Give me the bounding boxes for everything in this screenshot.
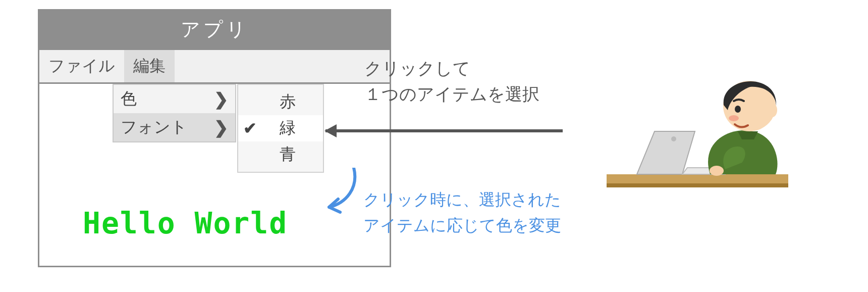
color-option-red[interactable]: 赤	[238, 89, 323, 115]
svg-point-5	[767, 103, 777, 117]
annotation-click-line1: クリックして	[364, 56, 539, 81]
menu-edit[interactable]: 編集	[124, 50, 175, 82]
person-at-laptop-icon	[607, 51, 788, 202]
svg-point-2	[671, 136, 676, 141]
color-option-blue-label: 青	[257, 143, 318, 166]
annotation-click: クリックして １つのアイテムを選択	[364, 56, 539, 107]
edit-dropdown: 色 ❯ フォント ❯	[113, 84, 236, 142]
window-title: アプリ	[181, 19, 249, 40]
menu-item-color[interactable]: 色 ❯	[114, 85, 235, 113]
menu-item-color-label: 色	[121, 88, 137, 110]
chevron-right-icon: ❯	[214, 117, 228, 137]
annotation-effect-line2: アイテムに応じて色を変更	[363, 213, 561, 238]
svg-rect-1	[607, 183, 788, 187]
color-option-green-label: 緑	[257, 117, 318, 139]
window-titlebar: アプリ	[39, 11, 390, 50]
color-option-green[interactable]: ✔ 緑	[238, 115, 323, 141]
annotation-effect-line1: クリック時に、選択された	[363, 187, 561, 213]
content-text: Hello World	[83, 206, 288, 240]
menu-item-font[interactable]: フォント ❯	[114, 113, 235, 141]
annotation-click-line2: １つのアイテムを選択	[364, 81, 539, 107]
svg-point-6	[735, 106, 741, 113]
svg-rect-0	[607, 174, 788, 183]
curved-arrow-icon	[326, 168, 366, 218]
color-submenu: 赤 ✔ 緑 青	[237, 84, 324, 173]
check-icon: ✔	[242, 119, 257, 138]
color-option-blue[interactable]: 青	[238, 141, 323, 168]
annotation-effect: クリック時に、選択された アイテムに応じて色を変更	[363, 187, 561, 238]
svg-point-3	[710, 166, 724, 176]
app-window: アプリ ファイル 編集 色 ❯ フォント ❯ 赤 ✔ 緑	[38, 9, 391, 267]
svg-point-7	[729, 115, 739, 121]
menu-file[interactable]: ファイル	[39, 50, 124, 82]
chevron-right-icon: ❯	[214, 89, 228, 109]
menu-item-font-label: フォント	[121, 116, 187, 138]
menubar: ファイル 編集	[39, 50, 390, 84]
arrow-icon	[326, 129, 563, 132]
color-option-red-label: 赤	[257, 91, 318, 113]
